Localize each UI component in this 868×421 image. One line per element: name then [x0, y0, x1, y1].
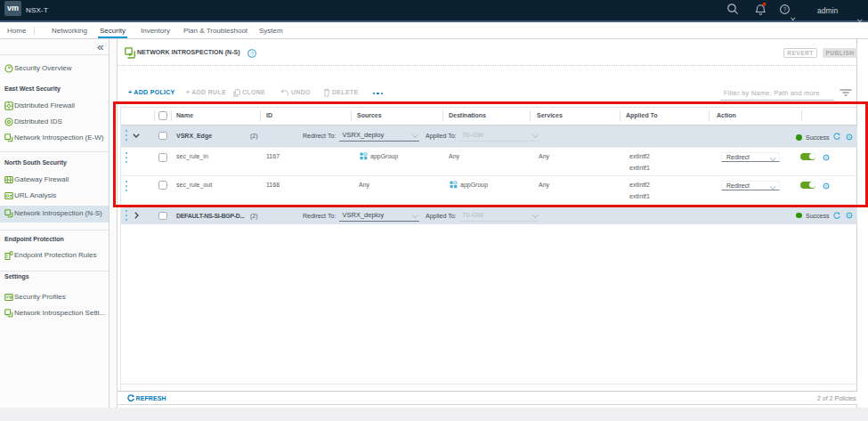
svg-text:?: ? — [783, 6, 787, 12]
svg-text:?: ? — [250, 50, 254, 56]
